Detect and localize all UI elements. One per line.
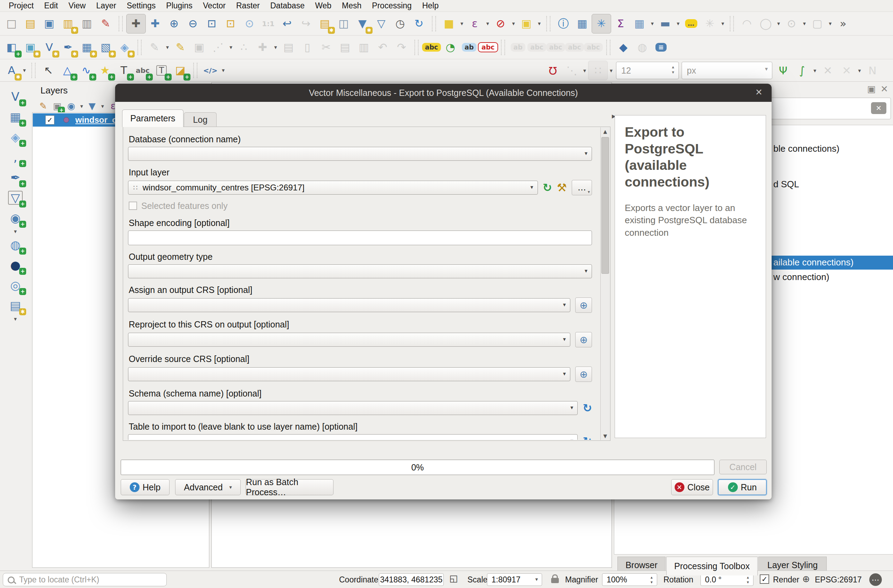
menu-web[interactable]: Web (310, 1, 337, 11)
panel-float-icon[interactable]: ▣ (867, 84, 876, 94)
create-annotation-layer-dropdown[interactable]: ▾ (21, 67, 28, 74)
sum-features-icon[interactable]: Σ (611, 14, 630, 33)
shape-encoding-input[interactable] (128, 230, 592, 245)
form-scrollbar[interactable]: ▲ ▼ (600, 127, 610, 440)
menu-help[interactable]: Help (417, 1, 444, 11)
refresh-map-icon[interactable]: ↻ (409, 14, 428, 33)
zoom-last-icon[interactable]: ↩ (278, 14, 296, 33)
run-button[interactable]: ✓ Run (718, 479, 767, 495)
zoom-in-icon[interactable]: ⊕ (165, 14, 183, 33)
manage-map-themes-icon[interactable]: ◉ (64, 99, 78, 113)
add-wfs-layer-icon[interactable]: ◎+ (5, 276, 26, 294)
zoom-out-icon[interactable]: ⊖ (183, 14, 202, 33)
enable-tracing-dropdown[interactable]: ▾ (811, 67, 818, 74)
scroll-up-icon[interactable]: ▲ (601, 129, 610, 134)
toolbox-item-partial[interactable]: d SQL (773, 179, 799, 190)
new-virtual-layer-icon[interactable]: ▧✱ (96, 38, 115, 57)
assign-output-crs-combo[interactable] (128, 298, 570, 312)
topological-editing-icon[interactable]: Ψ (774, 61, 792, 80)
add-delimited-text-layer-icon[interactable]: ,+ (5, 148, 26, 166)
unpin-labels-icon[interactable]: abc (479, 38, 498, 57)
menu-raster[interactable]: Raster (231, 1, 265, 11)
table-name-combo[interactable] (128, 434, 578, 440)
project-save-icon[interactable]: ▣ (40, 14, 59, 33)
create-picture-annotation-icon[interactable]: ◪+ (171, 61, 190, 80)
advanced-options-icon[interactable]: ⚒ (557, 182, 567, 193)
iterate-over-layer-icon[interactable]: ↻ (543, 182, 552, 193)
select-crs-button[interactable]: ⊕ (575, 332, 592, 347)
create-marker-annotation-icon[interactable]: ★+ (96, 61, 114, 80)
toolbox-item-partial[interactable]: ble connections) (773, 143, 839, 154)
browse-input-button[interactable]: … (572, 180, 592, 195)
add-group-icon[interactable]: ▣+ (50, 99, 64, 113)
lock-scale-icon[interactable] (551, 578, 559, 583)
pin-labels-icon[interactable]: ab (460, 38, 479, 57)
select-by-expression-icon[interactable]: ε (465, 14, 484, 33)
add-spatialite-layer-icon[interactable]: ✒+ (5, 168, 26, 186)
new-geopackage-layer-icon[interactable]: ▣✱ (21, 38, 40, 57)
dialog-close-icon[interactable]: ✕ (755, 88, 762, 96)
add-mesh-layer-icon[interactable]: ◈+ (5, 128, 26, 146)
enable-tracing-icon[interactable]: ∫ (792, 61, 811, 80)
add-wms-layer-icon[interactable]: ◍+ (5, 236, 26, 254)
filter-legend-dropdown[interactable]: ▾ (99, 103, 106, 110)
layer-visibility-checkbox[interactable]: ✓ (45, 116, 54, 125)
manage-map-themes-dropdown[interactable]: ▾ (78, 103, 85, 110)
locate-input[interactable] (3, 573, 167, 586)
create-text-along-line-icon[interactable]: abc+ (133, 61, 152, 80)
schema-combo[interactable] (128, 401, 578, 415)
menu-project[interactable]: Project (3, 1, 39, 11)
project-new-icon[interactable]: □ (2, 14, 21, 33)
select-crs-button[interactable]: ⊕ (575, 367, 592, 382)
layer-labeling-options-icon[interactable]: abc (422, 38, 441, 57)
show-bookmark-manager-icon[interactable]: ▽ (372, 14, 391, 33)
project-open-icon[interactable]: ▤ (21, 14, 40, 33)
add-vector-layer-icon[interactable]: V+ (5, 87, 26, 106)
menu-processing[interactable]: Processing (367, 1, 417, 11)
magnifier-spinbox[interactable]: 100% (602, 573, 657, 586)
create-text-annotation-icon[interactable]: T+ (114, 61, 133, 80)
open-layer-styling-icon[interactable]: ✎ (36, 99, 50, 113)
add-memory-layer-dropdown[interactable]: ▾ (12, 316, 19, 322)
add-raster-layer-icon[interactable]: ▦+ (5, 108, 26, 126)
refresh-schemas-icon[interactable]: ↻ (583, 403, 592, 414)
menu-plugins[interactable]: Plugins (161, 1, 197, 11)
open-attribute-table-icon[interactable]: ▦ (630, 14, 649, 33)
show-spatial-bookmarks-icon[interactable]: ◫ (334, 14, 353, 33)
data-source-manager-icon[interactable]: ◧+ (2, 38, 21, 57)
zoom-to-selection-icon[interactable]: ⊙ (240, 14, 259, 33)
db-manager-icon[interactable]: ≡ (652, 38, 671, 57)
scrollbar-thumb[interactable] (601, 137, 609, 274)
add-wcs-layer-icon[interactable]: ●+ (5, 256, 26, 274)
select-features-icon[interactable]: ■ (439, 14, 459, 33)
messages-icon[interactable]: ⋯ (869, 573, 882, 586)
map-tips-icon[interactable]: … (682, 14, 701, 33)
select-features-dropdown[interactable]: ▾ (459, 20, 465, 27)
menu-settings[interactable]: Settings (122, 1, 161, 11)
toggle-editing-icon[interactable]: ✎ (171, 38, 190, 57)
toolbox-item-partial[interactable]: w connection) (773, 272, 829, 283)
crs-status[interactable]: EPSG:26917 (815, 575, 861, 585)
select-by-location-icon[interactable]: ▣ (517, 14, 536, 33)
identify-features-icon[interactable]: ⓘ (554, 14, 573, 33)
help-button[interactable]: ? Help (121, 479, 170, 495)
select-annotation-icon[interactable]: ↖ (39, 61, 58, 80)
temporal-controller-icon[interactable]: ◷ (391, 14, 409, 33)
layer-name[interactable]: windsor_c (75, 115, 117, 125)
scroll-down-icon[interactable]: ▼ (601, 433, 610, 439)
measure-line-icon[interactable]: ▬ (656, 14, 675, 33)
output-geometry-type-combo[interactable] (128, 264, 592, 278)
search-clear-icon[interactable]: ✕ (871, 102, 886, 114)
new-print-layout-icon[interactable]: ▥✱ (59, 14, 77, 33)
new-mesh-layer-icon[interactable]: ◈✱ (115, 38, 134, 57)
html-annotation-dropdown[interactable]: ▾ (220, 67, 227, 74)
pan-to-selection-icon[interactable]: ✚ (146, 14, 165, 33)
layer-diagram-options-icon[interactable]: ◔ (441, 38, 460, 57)
new-bookmark-icon[interactable]: ▼✱ (353, 14, 372, 33)
coordinate-input[interactable] (379, 573, 444, 586)
measure-line-dropdown[interactable]: ▾ (675, 20, 682, 27)
add-virtual-layer-icon[interactable]: ▽+ (5, 189, 26, 207)
metasearch-icon[interactable]: ◆ (614, 38, 633, 57)
filter-legend-icon[interactable]: ▼ (85, 99, 99, 113)
panel-close-icon[interactable]: ✕ (881, 84, 888, 94)
